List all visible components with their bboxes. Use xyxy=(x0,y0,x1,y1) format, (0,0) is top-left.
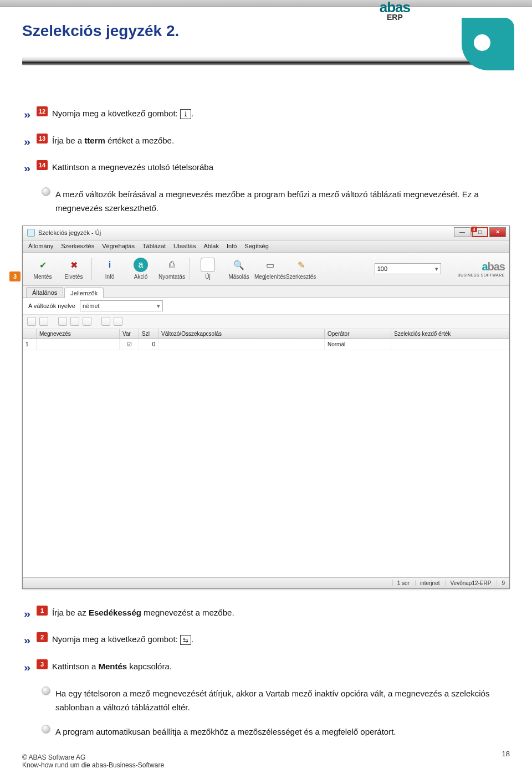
logo-name: abas xyxy=(380,1,410,14)
tab-general[interactable]: Általános xyxy=(26,287,63,298)
title-divider xyxy=(22,57,510,65)
status-cell: interjnet xyxy=(415,580,440,586)
document-icon xyxy=(201,258,215,272)
menubar: Állomány Szerkesztés Végrehajtás Tábláza… xyxy=(23,240,509,253)
menu-item[interactable]: Végrehajtás xyxy=(102,243,135,249)
grid-header-cell[interactable]: Megnevezés xyxy=(37,329,120,339)
tip-bullet-icon xyxy=(41,725,51,734)
window-minimize-button[interactable]: — xyxy=(454,227,470,237)
step-text: Nyomja meg a következő gombot: ⇆. xyxy=(52,632,510,647)
tip-text: A mező változók beírásával a megnevezés … xyxy=(55,187,510,216)
step-number: 2 xyxy=(37,632,48,642)
menu-item[interactable]: Segítség xyxy=(244,243,268,249)
grid-tool-icon[interactable] xyxy=(83,317,91,326)
tab-properties[interactable]: Jellemzők xyxy=(64,288,104,298)
footer-line-2: Know-how rund um die abas-Business-Softw… xyxy=(22,761,510,769)
language-select[interactable]: német xyxy=(80,300,163,311)
tip-lower-2: A program automatikusan beállítja a mező… xyxy=(22,725,510,739)
step-number: 12 xyxy=(37,106,48,116)
chevron-icon: » xyxy=(24,106,30,124)
page-title: Szelekciós jegyzék 2. xyxy=(22,18,510,43)
menu-item[interactable]: Infó xyxy=(227,243,237,249)
toolbar-separator xyxy=(190,258,190,280)
grid-cell-checkbox[interactable]: ☑ xyxy=(120,339,139,350)
grid-tool-icon[interactable] xyxy=(101,317,110,326)
toolbar-discard-button[interactable]: ✖Elvetés xyxy=(58,258,89,280)
statusbar: 1 sor interjnet Vevőnap12-ERP 9 xyxy=(23,577,509,588)
toolbar-view-button[interactable]: ▭Megjelenítés xyxy=(254,258,285,280)
grid-header-cell[interactable]: Operátor xyxy=(325,329,391,339)
grid-cell[interactable] xyxy=(37,339,120,350)
window-titlebar: Szelekciós jegyzék - Új — □ ✕ xyxy=(23,226,509,240)
chevron-icon: » xyxy=(24,632,30,649)
grid-cell[interactable]: 0 xyxy=(139,339,158,350)
grid-cell[interactable] xyxy=(158,339,325,350)
grid-header-cell[interactable]: Szl xyxy=(139,329,158,339)
window-title-text: Szelekciós jegyzék - Új xyxy=(38,229,101,236)
abas-brand-logo: aabasbas BUSINESS SOFTWARE xyxy=(458,260,505,277)
toolbar-print-button[interactable]: ⎙Nyomtatás xyxy=(156,258,187,280)
grid-tool-icon[interactable] xyxy=(70,317,79,326)
grid-tool-icon[interactable] xyxy=(39,317,48,326)
grid-header-cell[interactable] xyxy=(23,329,37,339)
step-number: 1 xyxy=(37,606,48,616)
grid-toolbar xyxy=(23,315,509,329)
grid-tool-icon[interactable] xyxy=(58,317,67,326)
paging-combo[interactable]: 100 xyxy=(375,263,441,274)
toolbar-save-button[interactable]: ✔Mentés xyxy=(27,258,58,280)
status-cell: 9 xyxy=(497,580,505,586)
status-cell: Vevőnap12-ERP xyxy=(445,580,491,586)
footer-line-1: © ABAS Software AG xyxy=(22,754,510,761)
step-12: » 12 Nyomja meg a következő gombot: ⤓. xyxy=(22,106,510,124)
step-text: Kattintson a megnevezés utolsó tételsorá… xyxy=(52,160,510,175)
window-maximize-button[interactable]: □ xyxy=(472,227,488,237)
tip-text: Ha egy tételsoron a mező megnevezését át… xyxy=(55,686,510,715)
toolbar-action-button[interactable]: aAkció xyxy=(125,258,156,280)
menu-item[interactable]: Állomány xyxy=(28,243,53,249)
step-text: Nyomja meg a következő gombot: ⤓. xyxy=(52,106,510,121)
grid-cell[interactable] xyxy=(391,339,509,350)
info-icon: i xyxy=(103,258,117,272)
step-14: » 14 Kattintson a megnevezés utolsó téte… xyxy=(22,160,510,177)
menu-item[interactable]: Táblázat xyxy=(142,243,166,249)
toolbar: ✔Mentés ✖Elvetés iInfó aAkció ⎙Nyomtatás… xyxy=(23,253,509,286)
menu-item[interactable]: Utasítás xyxy=(173,243,196,249)
grid-header-cell[interactable]: Szelekciós kezdő érték xyxy=(391,329,509,339)
toolbar-new-button[interactable]: Új xyxy=(192,258,223,280)
step-2: » 2 Nyomja meg a következő gombot: ⇆. xyxy=(22,632,510,649)
menu-item[interactable]: Ablak xyxy=(203,243,219,249)
window-app-icon xyxy=(27,229,35,237)
step-13: » 13 Írja be a tterm értéket a mezőbe. xyxy=(22,134,510,151)
callout-marker-3: 3 xyxy=(9,271,21,281)
window-close-button[interactable]: ✕ xyxy=(489,227,506,237)
grid-cell[interactable]: Normál xyxy=(325,339,391,350)
grid-tool-icon[interactable] xyxy=(114,317,122,326)
toolbar-copy-button[interactable]: 🔍Másolás xyxy=(223,258,254,280)
grid-tool-icon[interactable] xyxy=(27,317,36,326)
toolbar-edit-button[interactable]: ✎Szerkesztés xyxy=(285,258,316,280)
tip-text: A program automatikusan beállítja a mező… xyxy=(55,725,510,739)
chevron-icon: » xyxy=(24,659,30,676)
footer: © ABAS Software AG Know-how rund um die … xyxy=(22,754,510,769)
form-row-language: A változók nyelve német xyxy=(23,298,509,315)
tip-bullet-icon xyxy=(41,187,51,196)
form-label: A változók nyelve xyxy=(28,303,75,309)
step-1: » 1 Írja be az Esedékesség megnevezést a… xyxy=(22,606,510,623)
step-text: Írja be a tterm értéket a mezőbe. xyxy=(52,134,510,148)
pencil-icon: ✎ xyxy=(294,258,308,272)
grid-header: Megnevezés Var Szl Változó/Összekapcsolá… xyxy=(23,329,509,339)
toolbar-info-button[interactable]: iInfó xyxy=(94,258,125,280)
grid-body: 1 ☑ 0 Normál xyxy=(23,339,509,577)
view-icon: ▭ xyxy=(263,258,277,272)
menu-item[interactable]: Szerkesztés xyxy=(61,243,94,249)
grid-header-cell[interactable]: Var xyxy=(120,329,139,339)
table-row[interactable]: 1 ☑ 0 Normál xyxy=(23,339,509,350)
tip-bullet-icon xyxy=(41,686,51,695)
action-icon: a xyxy=(134,258,148,272)
chevron-icon: » xyxy=(24,160,30,177)
tip-upper: A mező változók beírásával a megnevezés … xyxy=(22,187,510,216)
grid-cell: 1 xyxy=(23,339,37,350)
step-number: 3 xyxy=(37,659,48,669)
check-icon: ✔ xyxy=(35,258,50,272)
grid-header-cell[interactable]: Változó/Összekapcsolás xyxy=(158,329,325,339)
